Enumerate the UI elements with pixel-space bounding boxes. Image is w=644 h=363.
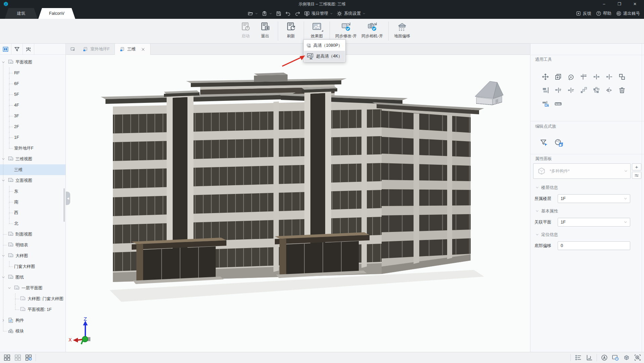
qat-undo[interactable]	[285, 11, 291, 16]
关联平面-select[interactable]: 1F	[558, 218, 630, 227]
tool-mirror[interactable]	[603, 83, 615, 97]
tree-scrollbar[interactable]	[63, 188, 65, 222]
ribbon-tab-falconv[interactable]: FalconV	[38, 8, 75, 19]
tool-move[interactable]	[539, 70, 552, 83]
tree-item-3F[interactable]: 3F	[0, 111, 66, 121]
chevron-down-icon[interactable]	[1, 275, 5, 279]
adjust-properties-button[interactable]	[632, 172, 641, 179]
tree-toolbar-locate[interactable]	[23, 44, 34, 55]
tool-array-scatter[interactable]	[590, 83, 603, 97]
tree-item-6F[interactable]: 6F	[0, 78, 66, 89]
tree-toolbar-panel-columns[interactable]	[0, 44, 11, 55]
tool-align-stack[interactable]	[539, 83, 552, 97]
tree-item-一层平面图[interactable]: 一层平面图	[0, 283, 66, 293]
panel-collapse-handle[interactable]: ◄	[66, 192, 70, 205]
qat-paste[interactable]	[262, 11, 272, 16]
tree-item-2F[interactable]: 2F	[0, 121, 66, 132]
qat-folder-open[interactable]	[248, 11, 258, 16]
tool-align-mid[interactable]	[564, 83, 577, 97]
section-header-基本属性[interactable]: 基本属性	[530, 206, 644, 216]
close-icon[interactable]	[141, 47, 145, 52]
tree-item-1F[interactable]: 1F	[0, 132, 66, 143]
tree-item-平面视图: 1F[interactable]: 平面视图: 1F	[0, 304, 66, 315]
tree-item-三维视图[interactable]: 三维视图	[0, 154, 66, 164]
tree-item-RF[interactable]: RF	[0, 68, 66, 78]
chevron-down-icon[interactable]	[1, 178, 5, 183]
tree-item-大样图: 门窗大样图[interactable]: 大样图: 门窗大样图	[0, 293, 66, 304]
status-layer-list-icon[interactable]	[574, 354, 582, 361]
tool-copy[interactable]	[552, 70, 564, 83]
section-header-楼层信息[interactable]: 楼层信息	[530, 183, 644, 192]
qat-redo[interactable]	[295, 11, 300, 16]
tool-align-end[interactable]	[552, 83, 564, 97]
ribbon-button-refresh[interactable]: 刷新	[281, 19, 301, 43]
tool-offset-steps[interactable]	[577, 83, 590, 97]
tool-trim-single[interactable]	[603, 70, 615, 83]
type-selector[interactable]: *多种构件*	[533, 163, 631, 179]
tree-toolbar-filter[interactable]	[11, 44, 23, 55]
tool-trim-both[interactable]	[590, 70, 603, 83]
status-auto-a-icon[interactable]	[601, 354, 608, 361]
status-window-history-icon[interactable]	[612, 354, 619, 361]
status-plan-extent-icon[interactable]	[586, 354, 593, 361]
maximize-button[interactable]: ❐	[613, 0, 626, 8]
tree-item-模块[interactable]: 模块	[0, 326, 66, 336]
menu-item-image-1080p[interactable]: 1080P高清（1080P）	[304, 40, 345, 51]
ribbon-button-exit[interactable]: 退出	[255, 19, 275, 43]
ribbon-tab-architecture[interactable]: 建筑	[5, 8, 38, 19]
family-tool-material-cube[interactable]	[554, 138, 564, 148]
tree-item-平面视图[interactable]: 平面视图	[0, 57, 66, 68]
tree-item-北[interactable]: 北	[0, 218, 66, 229]
tool-delete[interactable]	[615, 83, 628, 97]
tree-item-大样图[interactable]: 大样图	[0, 250, 66, 261]
status-grid-reset-icon[interactable]	[25, 354, 32, 361]
qat-save[interactable]	[276, 11, 282, 16]
status-grid-plain-icon[interactable]	[14, 354, 22, 361]
tool-rotate[interactable]	[564, 70, 577, 83]
所属楼层-select[interactable]: 1F	[558, 194, 630, 203]
底部偏移-input[interactable]: 0	[558, 241, 630, 250]
tree-item-室外地坪F[interactable]: 室外地坪F	[0, 143, 66, 154]
close-button[interactable]: ✕	[629, 0, 641, 8]
tool-trim-corner[interactable]	[577, 70, 590, 83]
qat-gear[interactable]: 系统设置	[337, 11, 366, 16]
qat-monitor-gear[interactable]: 项目管理	[304, 11, 333, 16]
chevron-right-icon[interactable]	[1, 318, 5, 322]
chevron-down-icon[interactable]	[1, 157, 5, 161]
ribbon-button-ground-offset[interactable]: 地面偏移	[392, 19, 413, 43]
chevron-down-icon[interactable]	[1, 60, 5, 64]
tree-item-西[interactable]: 西	[0, 207, 66, 218]
tool-pick-similar[interactable]	[615, 70, 628, 83]
tree-item-图纸[interactable]: 图纸	[0, 272, 66, 283]
status-zoom-region-icon[interactable]	[634, 354, 641, 361]
tool-stretch[interactable]	[539, 97, 552, 110]
add-type-button[interactable]: +	[632, 163, 641, 170]
minimize-button[interactable]: –	[598, 0, 610, 8]
tree-item-明细表[interactable]: 明细表	[0, 240, 66, 250]
tree-item-5F[interactable]: 5F	[0, 89, 66, 100]
tree-item-南[interactable]: 南	[0, 197, 66, 207]
family-tool-filter-select[interactable]	[539, 138, 549, 148]
view-orientation-house[interactable]	[468, 76, 508, 109]
tree-item-构件[interactable]: 构件	[0, 315, 66, 326]
viewport-3d[interactable]: ◄ Z X	[66, 55, 530, 352]
tree-item-三维[interactable]: 三维	[0, 164, 66, 175]
menu-item-image-4k[interactable]: 4K超高清（4K）	[304, 51, 345, 62]
tree-item-4F[interactable]: 4F	[0, 100, 66, 111]
view-tab-室外地坪F[interactable]: 室外地坪F	[78, 44, 115, 55]
account-logout[interactable]: 退出账号	[616, 11, 640, 16]
account-help[interactable]: 帮助	[596, 11, 611, 16]
tree-item-剖面视图[interactable]: 剖面视图	[0, 229, 66, 240]
float-view-button[interactable]	[68, 44, 78, 55]
tree-item-东[interactable]: 东	[0, 186, 66, 197]
chevron-down-icon[interactable]	[1, 254, 5, 258]
status-cube-3d-icon[interactable]	[623, 354, 630, 361]
tree-item-立面视图[interactable]: 立面视图	[0, 175, 66, 186]
tool-measure[interactable]	[552, 97, 564, 110]
view-tab-三维[interactable]: 三维	[115, 44, 151, 55]
tree-item-门窗大样图[interactable]: 门窗大样图	[0, 261, 66, 272]
account-feedback[interactable]: 反馈	[576, 11, 591, 16]
ribbon-button-sync-camera[interactable]: 同步相机-开	[359, 19, 385, 43]
chevron-down-icon[interactable]	[7, 286, 11, 290]
status-select-grid-icon[interactable]	[3, 354, 11, 361]
